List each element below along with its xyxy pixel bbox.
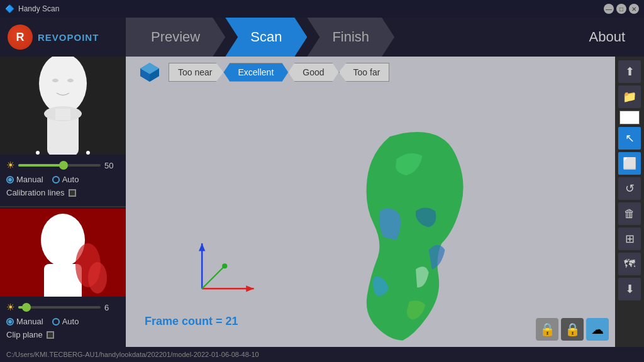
manual-radio-dot — [6, 176, 14, 184]
download-button[interactable]: ⬇ — [618, 278, 641, 300]
svg-point-4 — [67, 79, 74, 82]
depth-auto-dot — [52, 318, 60, 326]
scan-object — [126, 88, 615, 347]
camera-feed — [0, 57, 126, 155]
status-path: C:/Users/KMI.TECBERG-AU1/handylookdata/2… — [6, 351, 259, 358]
depth-view — [0, 209, 126, 297]
too-far-button[interactable]: Too far — [339, 63, 390, 82]
app-title: Handy Scan — [18, 4, 59, 13]
square-blue-button[interactable]: ⬜ — [618, 152, 641, 175]
depth-brightness-slider[interactable] — [18, 306, 101, 309]
depth-brightness-value: 6 — [104, 303, 119, 312]
camera-controls: ☀ 50 Manual Auto Calibration lines — [0, 155, 126, 205]
calibration-row: Calibration lines — [6, 188, 119, 197]
camera-mode-row: Manual Auto — [6, 175, 119, 184]
distance-indicator: Too near Excellent Good Too far — [169, 63, 389, 82]
grid-button[interactable]: ⊞ — [618, 228, 641, 250]
scan-toolbar: Too near Excellent Good Too far — [126, 57, 615, 88]
depth-controls: ☀ 6 Manual Auto Clip plane — [0, 297, 126, 347]
title-bar-controls: — □ ✕ — [604, 4, 639, 14]
folder-button[interactable]: 📁 — [618, 85, 641, 108]
lock-icon-1[interactable]: 🔒 — [536, 318, 558, 341]
app-icon: 🔷 — [5, 4, 14, 13]
depth-brightness-row: ☀ 6 — [6, 302, 119, 313]
nav-finish[interactable]: Finish — [307, 18, 394, 57]
cube-icon — [138, 61, 161, 84]
svg-rect-5 — [55, 109, 70, 120]
nav-preview[interactable]: Preview — [126, 18, 225, 57]
navbar: R REVOPOINT Preview Scan Finish About — [0, 18, 644, 57]
nav-items: Preview Scan Finish — [126, 18, 570, 57]
calibration-checkbox[interactable] — [69, 189, 76, 197]
trash-button[interactable]: 🗑 — [618, 202, 641, 225]
excellent-button[interactable]: Excellent — [223, 63, 288, 82]
main-content: ☀ 50 Manual Auto Calibration lines — [0, 57, 644, 347]
cloud-icon[interactable]: ☁ — [586, 318, 609, 341]
auto-radio[interactable]: Auto — [52, 175, 79, 184]
close-button[interactable]: ✕ — [629, 4, 639, 14]
svg-point-11 — [36, 151, 40, 155]
status-bar: C:/Users/KMI.TECBERG-AU1/handylookdata/2… — [0, 347, 644, 362]
brightness-value: 50 — [104, 161, 119, 170]
good-button[interactable]: Good — [288, 63, 338, 82]
maximize-button[interactable]: □ — [616, 4, 626, 14]
bottom-icons: 🔒 🔒 ☁ — [536, 318, 609, 341]
upload-button[interactable]: ⬆ — [618, 60, 641, 83]
brightness-slider[interactable] — [18, 164, 101, 167]
camera-view — [0, 57, 126, 155]
nav-about[interactable]: About — [570, 18, 645, 57]
nav-scan[interactable]: Scan — [225, 18, 307, 57]
nav-logo: R REVOPOINT — [0, 18, 126, 57]
too-near-button[interactable]: Too near — [169, 63, 223, 82]
auto-radio-dot — [52, 176, 60, 184]
svg-point-12 — [86, 151, 90, 155]
cursor-button[interactable]: ↖ — [618, 127, 641, 150]
lock-icon-2[interactable]: 🔒 — [561, 318, 584, 341]
svg-point-3 — [52, 79, 58, 82]
depth-brightness-icon: ☀ — [6, 302, 14, 313]
svg-point-28 — [222, 263, 227, 268]
map-button[interactable]: 🗺 — [618, 253, 641, 275]
title-bar: 🔷 Handy Scan — □ ✕ — [0, 0, 644, 18]
depth-manual-radio[interactable]: Manual — [6, 317, 43, 326]
right-panel: ⬆ 📁 3 ↖ ⬜ ↺ 🗑 ⊞ 🗺 ⬇ — [615, 57, 644, 347]
left-panel: ☀ 50 Manual Auto Calibration lines — [0, 57, 126, 347]
logo-text: REVOPOINT — [38, 32, 99, 43]
svg-point-17 — [88, 262, 107, 293]
svg-point-0 — [39, 57, 87, 114]
3d-viewport[interactable]: Frame count = 21 🔒 🔒 ☁ — [126, 88, 615, 347]
divider — [0, 206, 126, 207]
title-bar-left: 🔷 Handy Scan — [5, 4, 59, 13]
clip-plane-row: Clip plane — [6, 330, 119, 339]
center-area: Too near Excellent Good Too far — [126, 57, 615, 347]
depth-manual-dot — [6, 318, 14, 326]
counter-input[interactable]: 3 — [619, 111, 640, 124]
minimize-button[interactable]: — — [604, 4, 614, 14]
manual-radio[interactable]: Manual — [6, 175, 43, 184]
rotate-button[interactable]: ↺ — [618, 177, 641, 200]
brightness-row: ☀ 50 — [6, 160, 119, 171]
frame-count: Frame count = 21 — [145, 315, 238, 328]
depth-auto-radio[interactable]: Auto — [52, 317, 79, 326]
logo-icon: R — [8, 25, 33, 50]
brightness-icon: ☀ — [6, 160, 14, 171]
depth-mode-row: Manual Auto — [6, 317, 119, 326]
clip-plane-checkbox[interactable] — [47, 331, 54, 339]
